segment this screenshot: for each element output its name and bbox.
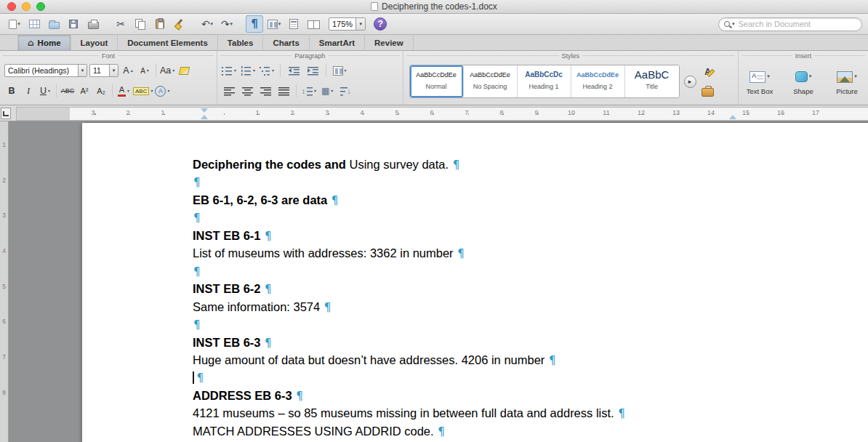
page[interactable]: Deciphering the codes and Using survey d…	[82, 123, 868, 442]
highlight-color-button[interactable]: ABC▾	[133, 84, 153, 98]
minimize-button[interactable]	[22, 2, 31, 11]
document-line[interactable]: INST EB 6-3 ¶	[193, 334, 868, 352]
align-center-button[interactable]	[240, 84, 254, 98]
font-color-button[interactable]: A ▾	[116, 84, 131, 98]
style-title[interactable]: AaBbCTitle	[625, 65, 679, 97]
style-heading-2[interactable]: AaBbCcDdEeHeading 2	[571, 65, 625, 97]
strikethrough-button[interactable]: ABC	[60, 84, 75, 98]
line-spacing-button[interactable]: ▾	[302, 84, 316, 98]
new-document-button[interactable]: ▾	[6, 15, 23, 33]
more-styles-button[interactable]: ▸	[684, 76, 696, 88]
style-heading-1[interactable]: AaBbCcDcHeading 1	[518, 65, 571, 97]
search-scope-chevron-icon[interactable]: ▾	[732, 22, 735, 27]
document-line[interactable]: ADDRESS EB 6-3 ¶	[193, 387, 868, 405]
undo-button[interactable]: ↶▾	[198, 15, 216, 33]
side-by-side-button[interactable]	[305, 15, 322, 33]
template-gallery-button[interactable]	[25, 15, 43, 33]
document-line[interactable]: ¶	[193, 316, 868, 334]
document-line[interactable]: Deciphering the codes and Using survey d…	[193, 156, 868, 174]
search-input[interactable]	[737, 19, 856, 29]
underline-button[interactable]: U▾	[38, 84, 52, 98]
tab-charts[interactable]: Charts	[263, 35, 309, 50]
ruler-number: 16	[777, 110, 784, 116]
text-effects-button[interactable]: A▾	[155, 84, 169, 98]
redo-button[interactable]: ↷▾	[218, 15, 236, 33]
sort-button[interactable]	[338, 84, 353, 98]
superscript-button[interactable]: A²	[77, 84, 92, 98]
tab-document-elements[interactable]: Document Elements	[118, 35, 218, 50]
paste-button[interactable]	[151, 15, 169, 33]
save-button[interactable]	[65, 15, 82, 33]
italic-button[interactable]: I	[21, 84, 36, 98]
font-size-select[interactable]: 11 ▾	[89, 64, 118, 77]
document-layout-button[interactable]	[285, 15, 302, 33]
document-line[interactable]: EB 6-1, 6-2, 6-3 are data ¶	[193, 192, 868, 209]
format-painter-button[interactable]	[171, 15, 188, 33]
borders-button[interactable]: ▦▾	[320, 84, 334, 98]
tab-home[interactable]: ⌂Home	[17, 35, 71, 50]
toolbox-button[interactable]	[701, 84, 715, 98]
justify-button[interactable]	[276, 84, 291, 98]
highlighter-button[interactable]	[177, 63, 191, 78]
horizontal-ruler[interactable]: 3211234567891011121314151617	[16, 107, 868, 121]
close-button[interactable]	[7, 2, 16, 11]
decrease-indent-button[interactable]	[286, 63, 301, 78]
chevron-down-icon[interactable]: ▾	[109, 65, 118, 76]
chevron-down-icon[interactable]: ▾	[78, 65, 87, 76]
subscript-button[interactable]: A₂	[94, 84, 108, 98]
print-button[interactable]	[84, 15, 102, 33]
document-line[interactable]: INST EB 6-2 ¶	[193, 281, 868, 298]
vertical-ruler[interactable]: 12345678	[0, 121, 9, 442]
first-line-indent-marker[interactable]	[201, 108, 208, 113]
columns-button[interactable]: ▾	[265, 15, 283, 33]
chevron-down-icon: ▾	[278, 22, 281, 27]
bullets-button[interactable]: ▾	[222, 63, 236, 78]
show-formatting-marks-button[interactable]: ¶	[246, 15, 263, 33]
text-box-button[interactable]: ▾Text Box	[742, 68, 778, 95]
picture-button[interactable]: ▾Picture	[829, 68, 865, 95]
help-button[interactable]: ?	[374, 17, 387, 31]
text-direction-button[interactable]: ▾	[332, 63, 347, 78]
chevron-down-icon[interactable]: ▾	[355, 18, 365, 30]
style-no-spacing[interactable]: AaBbCcDdEeNo Spacing	[464, 65, 518, 97]
document-line[interactable]: ¶	[193, 174, 868, 191]
shape-button[interactable]: ▾Shape	[785, 68, 821, 95]
document-line[interactable]: MATCH ADDRESSES USING ADDRID code. ¶	[193, 423, 868, 441]
copy-button[interactable]	[132, 15, 149, 33]
left-indent-marker[interactable]	[201, 115, 208, 119]
tab-review[interactable]: Review	[365, 35, 414, 50]
tab-label: Layout	[81, 39, 108, 47]
document-line[interactable]: ¶	[193, 369, 868, 387]
style-normal[interactable]: AaBbCcDdEeNormal	[410, 65, 464, 97]
numbering-button[interactable]: ▾	[241, 63, 255, 78]
triangle-down-icon: ▾	[331, 89, 333, 93]
tab-stop-selector[interactable]	[1, 108, 11, 119]
document-line[interactable]: ¶	[193, 209, 868, 227]
increase-indent-button[interactable]	[305, 63, 320, 78]
zoom-control[interactable]: 175% ▾	[329, 17, 366, 31]
right-indent-marker[interactable]	[729, 115, 736, 119]
maximize-button[interactable]	[36, 2, 45, 11]
bold-button[interactable]: B	[4, 84, 19, 98]
document-text[interactable]: Deciphering the codes and Using survey d…	[193, 156, 868, 442]
align-left-button[interactable]	[222, 84, 236, 98]
document-line[interactable]: 4121 museums – so 85 museums missing in …	[193, 405, 868, 422]
align-right-button[interactable]	[258, 84, 273, 98]
document-line[interactable]: ¶	[193, 263, 868, 281]
tab-tables[interactable]: Tables	[218, 35, 264, 50]
document-line[interactable]: List of museums with addresses: 3362 in …	[193, 245, 868, 262]
change-case-button[interactable]: Aa▾	[160, 63, 174, 78]
tab-layout[interactable]: Layout	[71, 35, 118, 50]
document-line[interactable]: Huge amount of data but doesn’t have add…	[193, 352, 868, 369]
open-button[interactable]	[45, 15, 63, 33]
tab-smartart[interactable]: SmartArt	[310, 35, 365, 50]
font-family-select[interactable]: Calibri (Headings) ▾	[4, 64, 87, 77]
shrink-font-button[interactable]: A▾	[137, 63, 152, 78]
grow-font-button[interactable]: A▴	[121, 63, 135, 78]
document-line[interactable]: INST EB 6-1 ¶	[193, 228, 868, 245]
search-field[interactable]: ▾	[718, 17, 862, 31]
manage-styles-button[interactable]: A	[701, 65, 715, 79]
document-line[interactable]: Same information: 3574 ¶	[193, 299, 868, 316]
cut-button[interactable]: ✂	[112, 15, 129, 33]
multilevel-list-button[interactable]: ▾	[260, 63, 274, 78]
